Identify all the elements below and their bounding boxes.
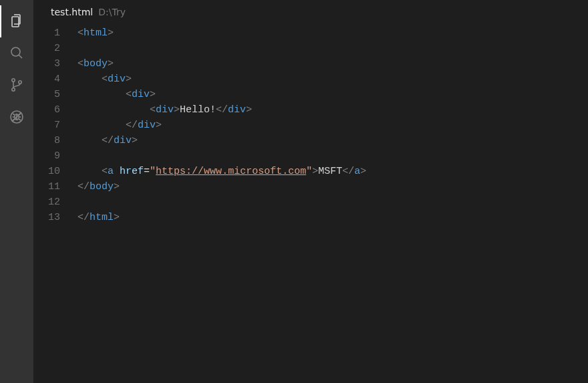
explorer-tab[interactable] [0, 5, 33, 37]
tab-filename: test.html [51, 7, 93, 17]
svg-point-4 [19, 80, 21, 83]
activity-bar [0, 0, 33, 383]
svg-point-2 [12, 78, 15, 81]
svg-line-8 [13, 114, 15, 115]
files-icon [9, 13, 25, 31]
search-tab[interactable] [0, 37, 33, 70]
bug-slash-icon [9, 109, 25, 127]
debug-tab[interactable] [0, 102, 33, 134]
svg-point-0 [11, 47, 20, 56]
editor-tab[interactable]: test.html D:\Try [33, 0, 588, 23]
code-editor[interactable]: 12345678910111213 <html> <body> <div> <d… [33, 23, 588, 383]
search-icon [9, 45, 25, 63]
git-branch-icon [9, 77, 25, 95]
tab-path: D:\Try [98, 7, 126, 17]
svg-line-1 [19, 55, 22, 58]
source-control-tab[interactable] [0, 70, 33, 102]
svg-line-13 [19, 119, 21, 120]
code-content[interactable]: <html> <body> <div> <div> <div>Hello!</d… [78, 25, 588, 383]
svg-point-3 [12, 88, 15, 90]
editor-area: test.html D:\Try 12345678910111213 <html… [33, 0, 588, 383]
line-number-gutter: 12345678910111213 [33, 25, 78, 383]
